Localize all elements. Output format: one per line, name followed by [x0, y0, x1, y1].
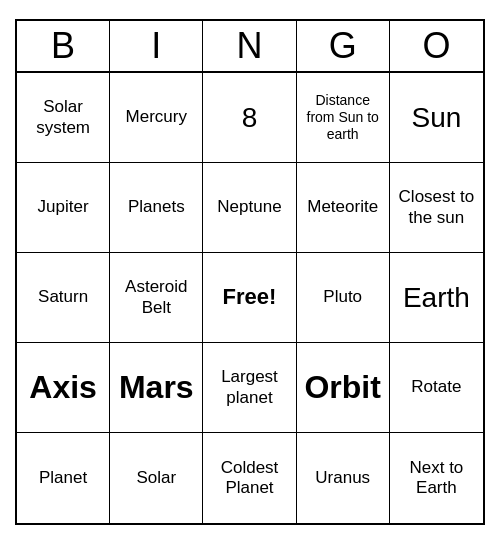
bingo-cell: Asteroid Belt — [110, 253, 203, 343]
bingo-cell: Distance from Sun to earth — [297, 73, 390, 163]
header-letter: B — [17, 21, 110, 71]
bingo-cell: Saturn — [17, 253, 110, 343]
header-letter: O — [390, 21, 483, 71]
bingo-cell: Axis — [17, 343, 110, 433]
bingo-grid: Solar systemMercury8Distance from Sun to… — [17, 73, 483, 523]
bingo-header: BINGO — [17, 21, 483, 73]
bingo-cell: Sun — [390, 73, 483, 163]
bingo-cell: Rotate — [390, 343, 483, 433]
bingo-cell: Free! — [203, 253, 296, 343]
bingo-cell: Planets — [110, 163, 203, 253]
bingo-cell: 8 — [203, 73, 296, 163]
header-letter: I — [110, 21, 203, 71]
bingo-cell: Pluto — [297, 253, 390, 343]
bingo-cell: Neptune — [203, 163, 296, 253]
bingo-cell: Mercury — [110, 73, 203, 163]
header-letter: G — [297, 21, 390, 71]
bingo-cell: Mars — [110, 343, 203, 433]
bingo-cell: Coldest Planet — [203, 433, 296, 523]
bingo-cell: Orbit — [297, 343, 390, 433]
bingo-cell: Jupiter — [17, 163, 110, 253]
header-letter: N — [203, 21, 296, 71]
bingo-cell: Next to Earth — [390, 433, 483, 523]
bingo-cell: Solar system — [17, 73, 110, 163]
bingo-cell: Closest to the sun — [390, 163, 483, 253]
bingo-cell: Largest planet — [203, 343, 296, 433]
bingo-cell: Uranus — [297, 433, 390, 523]
bingo-cell: Meteorite — [297, 163, 390, 253]
bingo-cell: Earth — [390, 253, 483, 343]
bingo-cell: Planet — [17, 433, 110, 523]
bingo-cell: Solar — [110, 433, 203, 523]
bingo-card: BINGO Solar systemMercury8Distance from … — [15, 19, 485, 525]
